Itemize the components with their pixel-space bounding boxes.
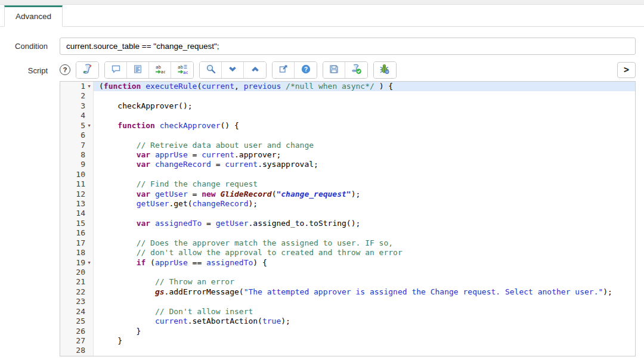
code-text: var assignedTo = getUser.assigned_to.toS…: [94, 219, 635, 228]
line-number: 12: [60, 190, 85, 199]
line-number: 5: [60, 121, 85, 131]
line-number: 14: [60, 209, 85, 218]
script-button[interactable]: [76, 62, 98, 78]
gutter: 28: [60, 346, 94, 355]
fold-slot: [85, 131, 93, 140]
condition-input[interactable]: [60, 38, 636, 55]
gutter: 25: [60, 317, 94, 326]
svg-text:?: ?: [304, 66, 307, 72]
line-number: 15: [60, 219, 85, 228]
svg-text:ac: ac: [183, 69, 188, 75]
code-line: 3 checkApprover();: [60, 101, 635, 111]
gutter: 21: [60, 277, 94, 287]
gutter: 7: [60, 141, 94, 150]
fold-slot: [85, 248, 93, 257]
code-text: function checkApprover() {: [94, 121, 635, 131]
line-number: 7: [60, 141, 85, 150]
code-line: 26 }: [60, 327, 635, 336]
find-previous-button[interactable]: [244, 62, 266, 78]
gutter: 26: [60, 327, 94, 336]
fold-toggle-icon[interactable]: ▼: [85, 121, 93, 131]
tab-advanced[interactable]: Advanced: [4, 5, 63, 27]
code-line: 27 }: [60, 336, 635, 346]
code-line: 28: [60, 346, 635, 355]
fold-slot: [85, 336, 93, 346]
fold-slot: [85, 179, 93, 189]
fold-slot: [85, 268, 93, 277]
fold-toggle-icon[interactable]: ▼: [85, 258, 93, 268]
code-text: // don't allow the approval to created a…: [94, 248, 635, 257]
gutter: 12: [60, 190, 94, 199]
gutter: 6: [60, 131, 94, 140]
gutter: 9: [60, 160, 94, 169]
code-text: [94, 111, 635, 120]
fold-slot: [85, 101, 93, 111]
help-icon: ?: [301, 64, 311, 76]
code-text: if (apprUse == assignedTo) {: [94, 258, 635, 268]
gutter: 8: [60, 150, 94, 160]
code-line: 22 gs.addErrorMessage("The attempted app…: [60, 287, 635, 297]
fold-slot: [85, 327, 93, 336]
help-button[interactable]: ?: [295, 62, 317, 78]
line-number: 22: [60, 287, 85, 297]
replace-all-icon: abac: [177, 64, 188, 76]
script-editor[interactable]: 1▼(function executeRule(current, previou…: [60, 81, 636, 356]
fold-toggle-icon[interactable]: ▼: [85, 82, 93, 91]
gutter: 18: [60, 248, 94, 257]
code-line: 13 getUser.get(changeRecord);: [60, 199, 635, 209]
open-new-window-button[interactable]: [273, 62, 295, 78]
toolbar-button-group: [323, 61, 368, 79]
svg-text:ac: ac: [161, 69, 166, 75]
condition-row: Condition: [0, 38, 636, 55]
format-code-icon: [133, 64, 143, 76]
code-line: 6: [60, 131, 635, 140]
code-line: 12 var getUser = new GlideRecord("change…: [60, 190, 635, 199]
code-line: 5▼ function checkApprover() {: [60, 121, 635, 131]
line-number: 9: [60, 160, 85, 169]
gutter: 17: [60, 238, 94, 248]
toolbar-button-group: [373, 61, 397, 79]
gutter: 27: [60, 336, 94, 346]
find-previous-icon: [250, 64, 260, 76]
code-text: [94, 209, 635, 218]
save-button[interactable]: [323, 62, 345, 78]
line-number: 2: [60, 91, 85, 101]
debug-button[interactable]: [374, 62, 396, 78]
format-code-button[interactable]: [127, 62, 149, 78]
toolbar-button-group: [76, 61, 99, 79]
replace-button[interactable]: abac: [149, 62, 171, 78]
gutter: 14: [60, 209, 94, 218]
gutter: 13: [60, 199, 94, 209]
context-help-icon[interactable]: ?: [60, 64, 70, 75]
fold-slot: [85, 228, 93, 238]
code-line: 11 // Find the change request: [60, 179, 635, 189]
open-new-window-icon: [278, 64, 289, 76]
line-number: 17: [60, 238, 85, 248]
expand-toolbar-button[interactable]: >: [617, 62, 636, 78]
line-number: 16: [60, 228, 85, 238]
toggle-comment-button[interactable]: [105, 62, 127, 78]
line-number: 8: [60, 150, 85, 160]
syntax-check-button[interactable]: [345, 62, 367, 78]
search-icon: [206, 64, 216, 76]
code-text: }: [94, 336, 635, 346]
gutter: 22: [60, 287, 94, 297]
code-line: 1▼(function executeRule(current, previou…: [60, 82, 635, 91]
replace-all-button[interactable]: abac: [171, 62, 193, 78]
gutter: 19▼: [60, 258, 94, 268]
search-button[interactable]: [200, 62, 222, 78]
code-text: [94, 268, 635, 277]
fold-slot: [85, 346, 93, 355]
code-line: 21 // Throw an error: [60, 277, 635, 287]
code-line: 10: [60, 170, 635, 179]
fold-slot: [85, 219, 93, 228]
top-strip: [0, 0, 644, 5]
find-next-button[interactable]: [222, 62, 244, 78]
gutter: 4: [60, 111, 94, 120]
condition-label: Condition: [0, 42, 48, 51]
line-number: 18: [60, 248, 85, 257]
gutter: 20: [60, 268, 94, 277]
fold-slot: [85, 287, 93, 297]
gutter: 11: [60, 179, 94, 189]
gutter: 2: [60, 91, 94, 101]
